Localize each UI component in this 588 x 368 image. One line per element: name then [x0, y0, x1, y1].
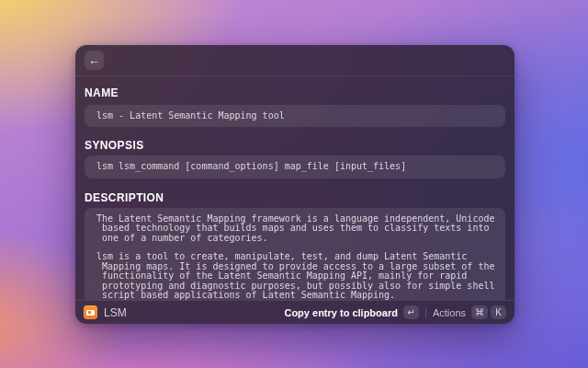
copy-entry-label: Copy entry to clipboard — [284, 307, 397, 318]
man-page-glyph-icon — [86, 310, 95, 316]
code-block-synopsis: lsm lsm_command [command_options] map_fi… — [85, 155, 505, 178]
code-block-description: The Latent Semantic Mapping framework is… — [85, 208, 505, 300]
section-heading-name: NAME — [85, 86, 505, 99]
actions-shortcut: ⌘ K — [471, 305, 506, 319]
code-block-name: lsm - Latent Semantic Mapping tool — [85, 105, 505, 127]
back-arrow-icon: ← — [88, 54, 100, 66]
footer-app-title: LSM — [104, 306, 127, 319]
k-key-badge: K — [491, 305, 506, 319]
actions-button[interactable]: Actions ⌘ K — [433, 305, 506, 319]
lsm-app-icon — [84, 305, 97, 319]
command-key-badge: ⌘ — [471, 305, 488, 319]
window-header: ← — [75, 45, 514, 76]
section-heading-synopsis: SYNOPSIS — [85, 139, 505, 152]
desktop-background: { "window": { "back_icon": "←", "section… — [0, 0, 588, 368]
back-button[interactable]: ← — [85, 51, 104, 70]
actions-label: Actions — [433, 307, 466, 318]
enter-key-badge: ↵ — [403, 305, 419, 319]
man-page-viewer-window: ← NAME lsm - Latent Semantic Mapping too… — [75, 45, 514, 324]
man-page-content: NAME lsm - Latent Semantic Mapping tool … — [75, 76, 514, 300]
footer-app-info: LSM — [84, 305, 127, 319]
footer-actions: Copy entry to clipboard ↵ Actions ⌘ K — [284, 305, 506, 319]
copy-entry-button[interactable]: Copy entry to clipboard ↵ — [284, 305, 418, 319]
window-footer: LSM Copy entry to clipboard ↵ Actions ⌘ … — [75, 300, 514, 324]
section-heading-description: DESCRIPTION — [85, 191, 505, 204]
footer-divider — [425, 307, 426, 318]
